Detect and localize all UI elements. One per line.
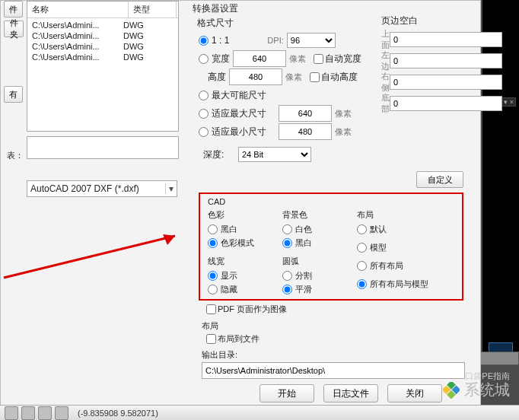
margins-title: 页边空白 <box>381 14 477 27</box>
height-input[interactable] <box>229 68 282 85</box>
color-mode-radio[interactable] <box>208 238 218 248</box>
fit-min-input[interactable] <box>279 123 332 140</box>
preset-list[interactable] <box>27 136 179 159</box>
custom-button[interactable]: 自定义 <box>416 171 463 188</box>
lw-hide-radio[interactable] <box>208 285 218 294</box>
layout-model-radio[interactable] <box>357 243 367 253</box>
format-combo[interactable]: AutoCAD 2007 DXF (*.dxf) ▾ <box>27 180 177 197</box>
chevron-down-icon: ▾ <box>165 183 174 194</box>
status-icon[interactable] <box>21 406 35 420</box>
col-type[interactable]: 类型 <box>129 2 177 18</box>
layout-to-file-checkbox[interactable] <box>206 334 216 344</box>
margin-left-input[interactable] <box>390 53 502 68</box>
coords-readout: (-9.835908 9.582071) <box>78 409 158 418</box>
ratio-1-1-radio[interactable] <box>199 36 209 46</box>
fit-max-radio[interactable] <box>199 109 209 119</box>
status-icon[interactable] <box>5 406 18 420</box>
layout-all-model-radio[interactable] <box>357 279 367 289</box>
width-input[interactable] <box>233 50 286 67</box>
status-icon[interactable] <box>38 406 52 420</box>
converter-dialog: 件 件夹 有 名称 类型 C:\Users\Admini...DWG C:\Us… <box>0 0 481 408</box>
height-label: 高度 <box>208 71 229 84</box>
auto-height-label: 自动高度 <box>321 71 358 84</box>
watermark-sub: 口袋PE指南 <box>465 371 510 382</box>
max-possible-radio[interactable] <box>199 91 209 100</box>
layout-group-title: 布局 <box>202 320 260 332</box>
dpi-select[interactable]: 96 <box>287 33 336 48</box>
file-list[interactable]: 名称 类型 C:\Users\Admini...DWG C:\Users\Adm… <box>27 1 179 132</box>
depth-label: 深度: <box>203 148 238 161</box>
outdir-label: 输出目录: <box>202 349 465 361</box>
fit-min-label: 适应最小尺寸 <box>212 126 279 138</box>
color-bw-radio[interactable] <box>208 224 218 234</box>
cad-group: CAD 色彩 黑白 色彩模式 线宽 显示 隐藏 背景色 白色 黑白 圆弧 分割 … <box>199 192 463 301</box>
table-row: C:\Users\Admini...DWG <box>27 52 178 62</box>
format-combo-value: AutoCAD 2007 DXF (*.dxf) <box>30 183 139 194</box>
outdir-input[interactable] <box>202 362 465 379</box>
scrollbar-horizontal[interactable] <box>478 352 519 365</box>
arc-smooth-radio[interactable] <box>282 285 292 294</box>
px-label: 像素 <box>289 53 306 65</box>
arc-split-radio[interactable] <box>282 271 292 281</box>
px-label-2: 像素 <box>285 72 302 83</box>
start-button[interactable]: 开始 <box>260 384 314 402</box>
add-file-button[interactable]: 件 <box>4 1 23 18</box>
fit-max-label: 适应最大尺寸 <box>212 107 279 120</box>
col-name[interactable]: 名称 <box>27 2 129 18</box>
auto-height-checkbox[interactable] <box>310 72 320 82</box>
cad-title: CAD <box>208 197 454 206</box>
layout-all-radio[interactable] <box>357 261 367 271</box>
dpi-label: DPI: <box>267 36 283 45</box>
bg-white-radio[interactable] <box>282 224 292 234</box>
fit-max-input[interactable] <box>279 105 332 122</box>
max-possible-label: 最大可能尺寸 <box>212 89 266 102</box>
fit-min-radio[interactable] <box>199 127 209 137</box>
pdf-page-image-label: PDF 页面作为图像 <box>218 304 287 315</box>
close-button[interactable]: 关闭 <box>387 384 442 402</box>
table-row: C:\Users\Admini...DWG <box>27 41 178 52</box>
width-label: 宽度 <box>212 52 233 65</box>
log-button[interactable]: 日志文件 <box>323 384 378 402</box>
margin-right-input[interactable] <box>390 75 502 90</box>
lw-show-radio[interactable] <box>208 271 218 281</box>
all-button[interactable]: 有 <box>4 86 23 103</box>
depth-select[interactable]: 24 Bit <box>238 147 311 162</box>
auto-width-label: 自动宽度 <box>325 52 361 65</box>
status-icon[interactable] <box>55 406 68 420</box>
list-label: 表： <box>4 150 24 161</box>
add-folder-button[interactable]: 件夹 <box>4 21 24 37</box>
pdf-page-image-checkbox[interactable] <box>206 304 216 314</box>
layout-default-radio[interactable] <box>357 224 367 234</box>
status-bar: (-9.835908 9.582071) <box>0 405 519 420</box>
auto-width-checkbox[interactable] <box>314 54 323 64</box>
table-row: C:\Users\Admini...DWG <box>27 30 178 41</box>
margin-bottom-input[interactable] <box>390 96 502 111</box>
table-row: C:\Users\Admini...DWG <box>27 20 178 30</box>
bg-bw-radio[interactable] <box>282 238 292 248</box>
settings-title: 转换器设置 <box>193 2 476 15</box>
size-radio[interactable] <box>199 54 209 64</box>
ratio-1-1-label: 1 : 1 <box>212 35 229 46</box>
margin-top-input[interactable] <box>390 32 502 47</box>
